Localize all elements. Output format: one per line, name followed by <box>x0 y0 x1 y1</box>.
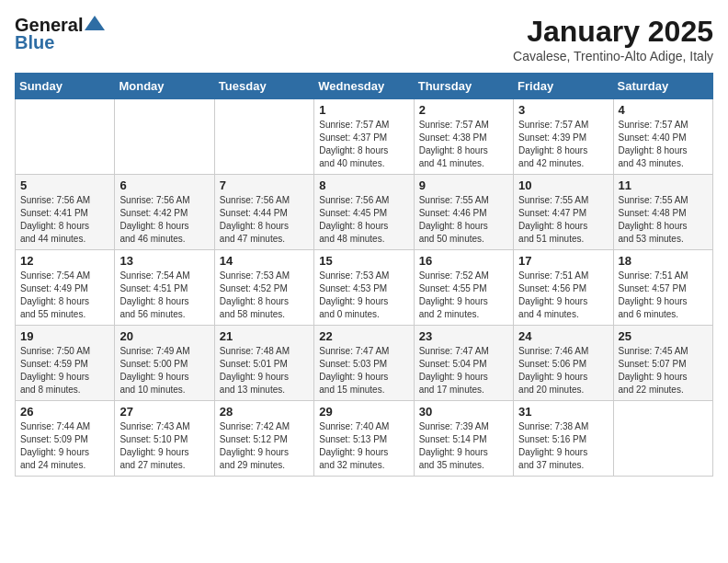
calendar-day-30: 30Sunrise: 7:39 AM Sunset: 5:14 PM Dayli… <box>414 401 513 477</box>
day-number: 16 <box>419 254 508 268</box>
logo: General Blue <box>15 15 105 53</box>
day-info: Sunrise: 7:40 AM Sunset: 5:13 PM Dayligh… <box>319 420 408 472</box>
day-info: Sunrise: 7:57 AM Sunset: 4:37 PM Dayligh… <box>319 119 408 170</box>
day-number: 5 <box>20 178 109 192</box>
calendar-day-12: 12Sunrise: 7:54 AM Sunset: 4:49 PM Dayli… <box>16 250 115 326</box>
day-info: Sunrise: 7:57 AM Sunset: 4:40 PM Dayligh… <box>619 119 708 170</box>
title-section: January 2025 Cavalese, Trentino-Alto Adi… <box>513 15 713 63</box>
day-info: Sunrise: 7:55 AM Sunset: 4:47 PM Dayligh… <box>518 194 608 246</box>
calendar-week-row: 26Sunrise: 7:44 AM Sunset: 5:09 PM Dayli… <box>16 401 713 477</box>
weekday-header-monday: Monday <box>115 74 214 99</box>
day-info: Sunrise: 7:53 AM Sunset: 4:52 PM Dayligh… <box>220 270 309 321</box>
day-info: Sunrise: 7:56 AM Sunset: 4:42 PM Dayligh… <box>119 194 209 246</box>
calendar-day-19: 19Sunrise: 7:50 AM Sunset: 4:59 PM Dayli… <box>16 326 115 401</box>
day-info: Sunrise: 7:50 AM Sunset: 4:59 PM Dayligh… <box>20 345 109 396</box>
month-title: January 2025 <box>513 15 713 49</box>
day-number: 20 <box>119 329 209 343</box>
day-info: Sunrise: 7:56 AM Sunset: 4:44 PM Dayligh… <box>220 194 309 246</box>
weekday-header-thursday: Thursday <box>414 74 513 99</box>
day-info: Sunrise: 7:49 AM Sunset: 5:00 PM Dayligh… <box>119 345 209 396</box>
weekday-header-saturday: Saturday <box>613 74 712 99</box>
day-info: Sunrise: 7:43 AM Sunset: 5:10 PM Dayligh… <box>119 420 209 472</box>
calendar-day-18: 18Sunrise: 7:51 AM Sunset: 4:57 PM Dayli… <box>613 250 712 326</box>
calendar-day-11: 11Sunrise: 7:55 AM Sunset: 4:48 PM Dayli… <box>613 175 712 250</box>
day-number: 9 <box>419 178 508 192</box>
day-number: 28 <box>220 405 309 419</box>
calendar-day-20: 20Sunrise: 7:49 AM Sunset: 5:00 PM Dayli… <box>115 326 214 401</box>
calendar-day-10: 10Sunrise: 7:55 AM Sunset: 4:47 PM Dayli… <box>514 175 613 250</box>
day-number: 25 <box>619 329 708 343</box>
weekday-header-row: SundayMondayTuesdayWednesdayThursdayFrid… <box>16 74 713 99</box>
day-number: 29 <box>319 405 408 419</box>
calendar-day-6: 6Sunrise: 7:56 AM Sunset: 4:42 PM Daylig… <box>115 175 214 250</box>
day-info: Sunrise: 7:55 AM Sunset: 4:46 PM Dayligh… <box>419 194 508 246</box>
day-info: Sunrise: 7:45 AM Sunset: 5:07 PM Dayligh… <box>619 345 708 396</box>
calendar-day-7: 7Sunrise: 7:56 AM Sunset: 4:44 PM Daylig… <box>214 175 313 250</box>
weekday-header-tuesday: Tuesday <box>214 74 313 99</box>
svg-marker-0 <box>85 16 105 30</box>
calendar-day-17: 17Sunrise: 7:51 AM Sunset: 4:56 PM Dayli… <box>514 250 613 326</box>
day-info: Sunrise: 7:54 AM Sunset: 4:49 PM Dayligh… <box>20 270 109 321</box>
day-info: Sunrise: 7:51 AM Sunset: 4:57 PM Dayligh… <box>619 270 708 321</box>
day-number: 3 <box>518 103 608 117</box>
calendar-day-23: 23Sunrise: 7:47 AM Sunset: 5:04 PM Dayli… <box>414 326 513 401</box>
day-number: 17 <box>518 254 608 268</box>
calendar-week-row: 12Sunrise: 7:54 AM Sunset: 4:49 PM Dayli… <box>16 250 713 326</box>
calendar-day-5: 5Sunrise: 7:56 AM Sunset: 4:41 PM Daylig… <box>16 175 115 250</box>
day-number: 15 <box>319 254 408 268</box>
calendar-day-22: 22Sunrise: 7:47 AM Sunset: 5:03 PM Dayli… <box>314 326 414 401</box>
day-info: Sunrise: 7:52 AM Sunset: 4:55 PM Dayligh… <box>419 270 508 321</box>
day-number: 2 <box>419 103 508 117</box>
logo-icon <box>85 16 105 30</box>
day-number: 19 <box>20 329 109 343</box>
day-number: 22 <box>319 329 408 343</box>
calendar-day-13: 13Sunrise: 7:54 AM Sunset: 4:51 PM Dayli… <box>115 250 214 326</box>
day-info: Sunrise: 7:44 AM Sunset: 5:09 PM Dayligh… <box>20 420 109 472</box>
calendar-day-25: 25Sunrise: 7:45 AM Sunset: 5:07 PM Dayli… <box>613 326 712 401</box>
day-number: 24 <box>518 329 608 343</box>
calendar-day-1: 1Sunrise: 7:57 AM Sunset: 4:37 PM Daylig… <box>314 99 414 175</box>
day-info: Sunrise: 7:53 AM Sunset: 4:53 PM Dayligh… <box>319 270 408 321</box>
day-info: Sunrise: 7:56 AM Sunset: 4:45 PM Dayligh… <box>319 194 408 246</box>
day-number: 30 <box>419 405 508 419</box>
calendar-day-31: 31Sunrise: 7:38 AM Sunset: 5:16 PM Dayli… <box>514 401 613 477</box>
empty-cell <box>115 99 214 175</box>
day-number: 14 <box>220 254 309 268</box>
day-number: 13 <box>119 254 209 268</box>
day-info: Sunrise: 7:51 AM Sunset: 4:56 PM Dayligh… <box>518 270 608 321</box>
day-info: Sunrise: 7:54 AM Sunset: 4:51 PM Dayligh… <box>119 270 209 321</box>
calendar-day-14: 14Sunrise: 7:53 AM Sunset: 4:52 PM Dayli… <box>214 250 313 326</box>
day-number: 6 <box>119 178 209 192</box>
day-number: 18 <box>619 254 708 268</box>
day-info: Sunrise: 7:38 AM Sunset: 5:16 PM Dayligh… <box>518 420 608 472</box>
calendar-week-row: 5Sunrise: 7:56 AM Sunset: 4:41 PM Daylig… <box>16 175 713 250</box>
day-number: 10 <box>518 178 608 192</box>
day-number: 27 <box>119 405 209 419</box>
day-info: Sunrise: 7:57 AM Sunset: 4:38 PM Dayligh… <box>419 119 508 170</box>
calendar-day-9: 9Sunrise: 7:55 AM Sunset: 4:46 PM Daylig… <box>414 175 513 250</box>
logo-blue-text: Blue <box>15 32 54 53</box>
location-subtitle: Cavalese, Trentino-Alto Adige, Italy <box>513 49 713 63</box>
day-info: Sunrise: 7:47 AM Sunset: 5:03 PM Dayligh… <box>319 345 408 396</box>
calendar-day-27: 27Sunrise: 7:43 AM Sunset: 5:10 PM Dayli… <box>115 401 214 477</box>
day-info: Sunrise: 7:56 AM Sunset: 4:41 PM Dayligh… <box>20 194 109 246</box>
day-number: 8 <box>319 178 408 192</box>
weekday-header-wednesday: Wednesday <box>314 74 414 99</box>
day-info: Sunrise: 7:48 AM Sunset: 5:01 PM Dayligh… <box>220 345 309 396</box>
day-info: Sunrise: 7:47 AM Sunset: 5:04 PM Dayligh… <box>419 345 508 396</box>
empty-cell <box>16 99 115 175</box>
day-number: 7 <box>220 178 309 192</box>
day-number: 21 <box>220 329 309 343</box>
calendar-day-26: 26Sunrise: 7:44 AM Sunset: 5:09 PM Dayli… <box>16 401 115 477</box>
calendar-day-15: 15Sunrise: 7:53 AM Sunset: 4:53 PM Dayli… <box>314 250 414 326</box>
day-number: 1 <box>319 103 408 117</box>
empty-cell <box>613 401 712 477</box>
day-number: 12 <box>20 254 109 268</box>
calendar-day-28: 28Sunrise: 7:42 AM Sunset: 5:12 PM Dayli… <box>214 401 313 477</box>
day-info: Sunrise: 7:57 AM Sunset: 4:39 PM Dayligh… <box>518 119 608 170</box>
calendar-day-29: 29Sunrise: 7:40 AM Sunset: 5:13 PM Dayli… <box>314 401 414 477</box>
calendar-day-2: 2Sunrise: 7:57 AM Sunset: 4:38 PM Daylig… <box>414 99 513 175</box>
calendar-table: SundayMondayTuesdayWednesdayThursdayFrid… <box>15 73 713 477</box>
day-number: 11 <box>619 178 708 192</box>
weekday-header-sunday: Sunday <box>16 74 115 99</box>
